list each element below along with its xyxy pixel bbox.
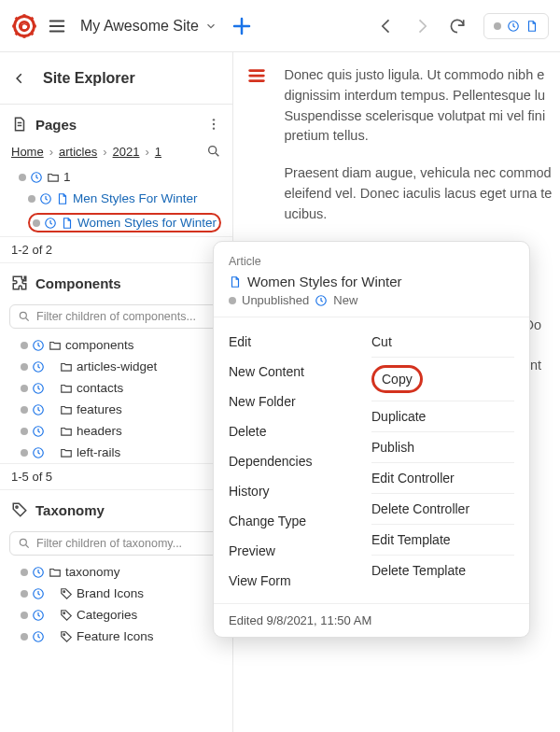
- component-label: headers: [77, 424, 122, 438]
- tag-icon: [60, 609, 73, 622]
- menu-item[interactable]: History: [229, 476, 371, 506]
- status-dot-icon: [19, 174, 26, 181]
- taxonomy-item[interactable]: Feature Icons: [0, 626, 232, 647]
- tree-item[interactable]: 1: [0, 166, 232, 188]
- folder-icon: [60, 425, 73, 438]
- tag-icon: [60, 587, 73, 600]
- menu-item[interactable]: Preview: [229, 536, 371, 566]
- svg-line-23: [216, 153, 218, 156]
- taxonomy-section-head[interactable]: Taxonomy: [0, 490, 232, 526]
- menu-icon[interactable]: [47, 16, 67, 36]
- component-item[interactable]: left-rails: [0, 442, 232, 463]
- svg-point-19: [213, 119, 215, 120]
- popup-title: Women Styles for Winter: [214, 268, 529, 293]
- status-pill[interactable]: [483, 13, 549, 39]
- back-chevron-icon[interactable]: [13, 72, 26, 85]
- components-section-head[interactable]: Components: [0, 263, 232, 299]
- ellipsis-icon[interactable]: [206, 117, 221, 132]
- clock-icon: [507, 20, 520, 33]
- tree-item-highlighted[interactable]: Women Styles for Winter: [0, 209, 232, 236]
- clock-icon: [32, 403, 45, 416]
- status-dot-icon: [494, 22, 501, 30]
- taxonomy-filter[interactable]: Filter children of taxonomy...: [9, 531, 223, 556]
- component-item[interactable]: contacts: [0, 377, 232, 399]
- add-icon[interactable]: [231, 15, 253, 37]
- folder-icon: [60, 446, 73, 459]
- menu-item[interactable]: Delete Template: [371, 556, 514, 585]
- paragraph: Donec quis justo ligula. Ut commodo nibh…: [284, 65, 556, 147]
- folder-icon: [60, 360, 73, 373]
- menu-item[interactable]: New Folder: [229, 387, 371, 416]
- paragraph: Praesent diam augue, vehicula nec commod…: [284, 163, 556, 224]
- status-new: New: [333, 293, 357, 307]
- components-label: Components: [35, 275, 121, 291]
- site-name-label: My Awesome Site: [80, 18, 199, 35]
- popup-type-label: Article: [214, 255, 529, 268]
- menu-item[interactable]: Edit Controller: [371, 463, 514, 494]
- taxonomy-label: Categories: [77, 608, 137, 622]
- clock-icon: [32, 630, 45, 643]
- component-item[interactable]: components: [0, 334, 232, 356]
- menu-item[interactable]: Change Type: [229, 506, 371, 536]
- folder-icon: [47, 171, 60, 184]
- popup-status: Unpublished New: [214, 293, 529, 317]
- component-item[interactable]: articles-widget: [0, 356, 232, 377]
- menu-item[interactable]: Copy: [371, 358, 514, 401]
- svg-line-6: [16, 17, 18, 19]
- menu-item[interactable]: Delete Controller: [371, 494, 514, 525]
- forward-icon[interactable]: [413, 17, 431, 35]
- status-dot-icon: [21, 590, 28, 598]
- pages-section-head[interactable]: Pages: [0, 105, 232, 140]
- back-icon[interactable]: [377, 17, 396, 35]
- folder-icon: [49, 566, 62, 579]
- page-icon: [56, 192, 69, 205]
- svg-line-37: [26, 545, 29, 548]
- crumb[interactable]: Home: [11, 145, 44, 159]
- menu-item[interactable]: Edit: [229, 327, 371, 357]
- refresh-icon[interactable]: [448, 17, 467, 35]
- svg-point-21: [213, 127, 215, 129]
- component-item[interactable]: headers: [0, 420, 232, 442]
- menu-item[interactable]: New Content: [229, 357, 371, 387]
- tree-label: Men Styles For Winter: [73, 191, 198, 205]
- crumb[interactable]: articles: [59, 145, 97, 159]
- components-filter[interactable]: Filter children of components...: [9, 304, 223, 329]
- component-label: components: [65, 338, 134, 352]
- component-label: contacts: [77, 381, 123, 395]
- status-dot-icon: [21, 449, 28, 457]
- menu-item[interactable]: Cut: [371, 327, 514, 358]
- taxonomy-item[interactable]: Categories: [0, 604, 232, 626]
- component-label: left-rails: [77, 445, 120, 459]
- svg-point-20: [213, 123, 215, 125]
- side-header: Site Explorer: [0, 52, 232, 105]
- clock-icon: [32, 360, 45, 373]
- svg-line-28: [26, 318, 29, 321]
- menu-item[interactable]: Delete: [229, 416, 371, 446]
- chevron-down-icon: [204, 20, 217, 33]
- menu-item[interactable]: Edit Template: [371, 525, 514, 556]
- pages-label: Pages: [35, 117, 77, 133]
- crumb[interactable]: 2021: [113, 145, 140, 159]
- component-label: features: [77, 402, 122, 416]
- content-menu-icon[interactable]: [246, 65, 267, 86]
- folder-icon: [60, 382, 73, 395]
- svg-point-40: [63, 590, 65, 592]
- menu-item[interactable]: Publish: [371, 432, 514, 463]
- component-item[interactable]: features: [0, 399, 232, 420]
- taxonomy-item[interactable]: taxonomy: [0, 561, 232, 583]
- taxonomy-item[interactable]: Brand Icons: [0, 583, 232, 604]
- menu-item[interactable]: Dependencies: [229, 446, 371, 476]
- filter-placeholder: Filter children of components...: [36, 310, 196, 323]
- site-selector[interactable]: My Awesome Site: [80, 18, 217, 35]
- component-label: articles-widget: [77, 359, 157, 373]
- menu-item[interactable]: View Form: [229, 566, 371, 596]
- crumb[interactable]: 1: [155, 145, 161, 159]
- menu-item[interactable]: Duplicate: [371, 401, 514, 432]
- status-dot-icon: [21, 428, 28, 435]
- tree-item[interactable]: Men Styles For Winter: [0, 188, 232, 209]
- svg-line-8: [16, 33, 18, 35]
- clock-icon: [32, 382, 45, 395]
- status-dot-icon: [28, 195, 35, 203]
- search-icon[interactable]: [206, 144, 221, 159]
- svg-point-27: [20, 312, 26, 318]
